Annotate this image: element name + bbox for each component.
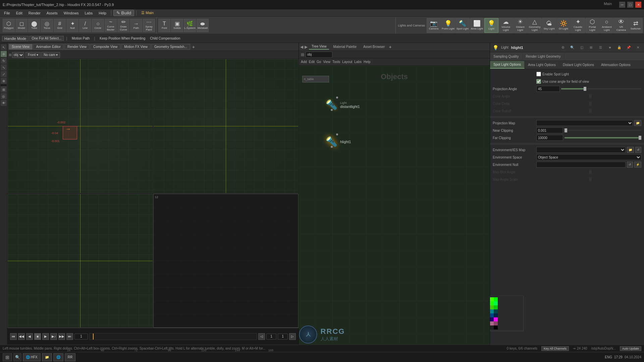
ne-menu-add[interactable]: Add bbox=[301, 60, 307, 64]
n-table-node[interactable]: n_table bbox=[302, 76, 329, 82]
near-clipping-slider[interactable] bbox=[565, 130, 641, 131]
handle-mode-btn[interactable]: Handle Mode bbox=[2, 36, 29, 41]
light-btn-distant[interactable]: ☀ Distant Light bbox=[513, 18, 527, 33]
prop-lock-btn[interactable]: 🔒 bbox=[616, 44, 623, 51]
ne-menu-edit[interactable]: Edit bbox=[309, 60, 315, 64]
taskbar-app-btn[interactable]: 🌐 HFX bbox=[23, 353, 41, 361]
menu-render[interactable]: Render bbox=[26, 10, 43, 16]
light-btn-camera[interactable]: 📷 Camera bbox=[427, 18, 441, 33]
color-green-lime[interactable] bbox=[490, 297, 494, 301]
light-btn-vrcamera[interactable]: 👁 VR Camera bbox=[614, 18, 628, 33]
timeline-end-input[interactable] bbox=[278, 334, 288, 340]
timeline-play-audio-btn[interactable]: ▶♪ bbox=[50, 333, 57, 340]
light-btn-ambient[interactable]: ○ Ambient Light bbox=[600, 18, 614, 33]
ne-add-tab-btn[interactable]: + bbox=[389, 44, 391, 50]
light-btn-switcher[interactable]: ⇄ Switcher bbox=[629, 18, 643, 33]
ne-menu-go[interactable]: Go bbox=[317, 60, 321, 64]
color-green3[interactable] bbox=[490, 301, 494, 305]
toolbar-font[interactable]: TFont bbox=[158, 19, 170, 32]
env-null-pick-btn[interactable]: ↺ bbox=[627, 162, 633, 168]
taskbar-rrcg-btn[interactable]: RR bbox=[65, 353, 75, 361]
light-btn-point[interactable]: 💡 Point Light bbox=[441, 18, 455, 33]
color-dusty-rose[interactable] bbox=[490, 321, 494, 325]
sub-tab-attenuation[interactable]: Attenuation Options bbox=[598, 61, 634, 69]
timeline-last-btn[interactable]: ⏭ bbox=[66, 333, 73, 340]
left-tool-magnet[interactable]: ◎ bbox=[1, 93, 7, 99]
timeline-next-btn[interactable]: ▶▶ bbox=[58, 333, 65, 340]
view-front-btn[interactable]: Front ▾ bbox=[25, 52, 41, 58]
close-button[interactable]: ✕ bbox=[635, 2, 641, 8]
prop-close-btn[interactable]: ✕ bbox=[635, 44, 641, 51]
ne-tab-material[interactable]: Material Palette bbox=[330, 44, 359, 49]
prop-bookmark-btn[interactable]: ★ bbox=[606, 44, 613, 51]
color-black[interactable] bbox=[494, 325, 498, 329]
search-btn[interactable]: 🔍 bbox=[13, 353, 21, 361]
ne-menu-view[interactable]: View bbox=[323, 60, 330, 64]
toolbar-model[interactable]: ◻Model bbox=[15, 19, 28, 32]
toolbar-spray-paint[interactable]: ⋯Spray Paint bbox=[143, 19, 155, 32]
prop-pin-btn[interactable]: 📌 bbox=[625, 44, 632, 51]
color-medium-green[interactable] bbox=[494, 305, 498, 309]
sub-tab-spot[interactable]: Spot Light Options bbox=[490, 61, 525, 69]
left-tool-show-hide[interactable]: 👁 bbox=[1, 100, 7, 106]
ne-tab-tree[interactable]: Tree View bbox=[309, 44, 329, 50]
tab-motion-fx-view[interactable]: Motion FX View bbox=[121, 44, 151, 50]
toolbar-grid[interactable]: #Grid bbox=[54, 19, 66, 32]
timeline-range-end-btn[interactable]: ▷ bbox=[289, 333, 296, 340]
tab-animation-editor[interactable]: Animation Editor bbox=[33, 44, 64, 50]
timeline-first-btn[interactable]: ⏮ bbox=[10, 333, 17, 340]
maximize-button[interactable]: □ bbox=[627, 2, 633, 8]
color-dark-navy[interactable] bbox=[494, 313, 498, 317]
timeline-stop-btn[interactable]: ■ bbox=[34, 333, 41, 340]
ne-path-input[interactable] bbox=[306, 52, 332, 58]
left-tool-snap[interactable]: ⊞ bbox=[1, 86, 7, 93]
env-null-input[interactable] bbox=[536, 162, 626, 168]
light-btn-volume[interactable]: ☁ Volume Light bbox=[499, 18, 513, 33]
timeline-start-input[interactable] bbox=[266, 334, 276, 340]
far-clip-handle[interactable] bbox=[639, 136, 641, 140]
node-distantlight1[interactable]: 🔦 Light distantlight1 bbox=[326, 99, 360, 110]
timeline-prev-btn[interactable]: ◀◀ bbox=[18, 333, 25, 340]
toolbar-solids[interactable]: ▣Solids bbox=[171, 19, 183, 32]
near-clip-handle[interactable] bbox=[565, 128, 567, 132]
move-handle[interactable]: → bbox=[66, 126, 71, 132]
node-hlight1[interactable]: 🔦 hlight1 bbox=[326, 136, 351, 147]
toolbar-torus[interactable]: ◎Torus bbox=[41, 19, 53, 32]
left-tool-move[interactable]: ✛ bbox=[1, 51, 7, 57]
prop-gear-btn[interactable]: ⚙ bbox=[559, 44, 566, 51]
sub-tab-distant[interactable]: Distant Light Options bbox=[559, 61, 598, 69]
tab-composite-view[interactable]: Composite View bbox=[90, 44, 120, 50]
color-dark-teal[interactable] bbox=[490, 309, 494, 313]
timeline-frame-input[interactable] bbox=[74, 334, 88, 340]
light-btn-geometry[interactable]: △ Geometry Light bbox=[528, 18, 542, 33]
prop-search-btn[interactable]: 🔍 bbox=[569, 44, 576, 51]
toolbar-metaball[interactable]: ⬬Metaball bbox=[197, 19, 209, 32]
proj-angle-handle[interactable] bbox=[584, 87, 586, 91]
color-very-dark-purple[interactable] bbox=[490, 317, 494, 321]
projection-map-file-btn[interactable]: 📁 bbox=[634, 120, 641, 126]
color-dark-mauve[interactable] bbox=[494, 321, 498, 325]
menu-workspace[interactable]: ☰ Main bbox=[139, 10, 156, 16]
light-btn-light[interactable]: 💡 Light bbox=[484, 18, 498, 33]
menu-help[interactable]: Help bbox=[96, 10, 109, 16]
toolbar-lsystem[interactable]: 🌿L-System bbox=[184, 19, 196, 32]
ne-nav-fwd[interactable]: ▶ bbox=[305, 45, 308, 49]
build-button[interactable]: ✎ Build bbox=[113, 10, 134, 16]
env-ies-reset-btn[interactable]: ↺ bbox=[635, 147, 641, 153]
timeline-play-btn[interactable]: ▶ bbox=[42, 333, 49, 340]
projection-angle-slider[interactable] bbox=[561, 88, 641, 89]
auto-update-btn[interactable]: Auto Update bbox=[620, 346, 641, 351]
viewport-bottom-right[interactable]: 12 bbox=[153, 194, 299, 328]
view-nocam-btn[interactable]: No cam ▾ bbox=[41, 52, 60, 58]
left-tool-scale[interactable]: ⤡ bbox=[1, 64, 7, 70]
prop-tab-sampling[interactable]: Sampling Quality bbox=[490, 52, 523, 61]
env-space-dropdown[interactable]: Object Space World Space bbox=[536, 154, 641, 160]
left-tool-transform[interactable]: ⤢ bbox=[1, 71, 7, 77]
color-dark-green[interactable] bbox=[490, 305, 494, 309]
sub-tab-area[interactable]: Area Light Options bbox=[525, 61, 559, 69]
light-btn-portal[interactable]: ⬡ Portal Light bbox=[585, 18, 599, 33]
light-btn-area[interactable]: ⬜ Area Light bbox=[470, 18, 484, 33]
taskbar-chrome-btn[interactable]: 🌐 bbox=[53, 353, 63, 361]
key-all-channels-btn[interactable]: Key All Channels bbox=[541, 346, 569, 351]
viewport-bottom-left[interactable] bbox=[7, 194, 153, 328]
